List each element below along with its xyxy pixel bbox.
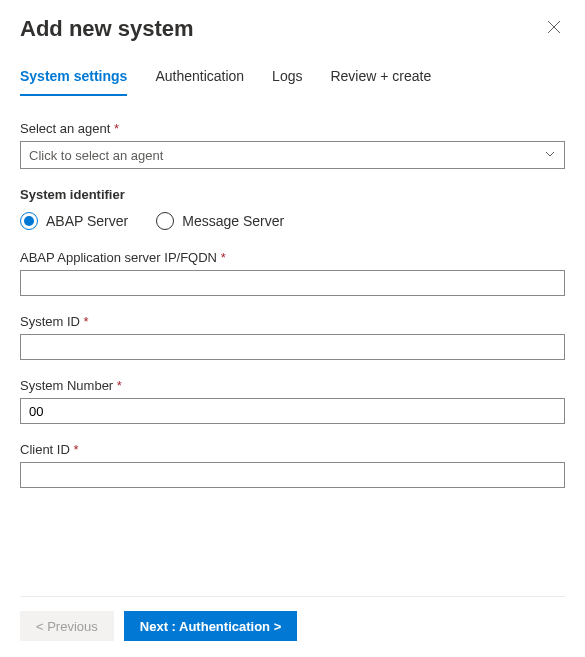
required-marker: * [117, 378, 122, 393]
form-body: Select an agent * Click to select an age… [20, 121, 565, 596]
label-text: ABAP Application server IP/FQDN [20, 250, 217, 265]
footer-bar: < Previous Next : Authentication > [20, 596, 565, 641]
radio-message-server[interactable]: Message Server [156, 212, 284, 230]
tab-label: Logs [272, 68, 302, 84]
field-select-agent: Select an agent * Click to select an age… [20, 121, 565, 169]
radio-label: ABAP Server [46, 213, 128, 229]
tab-logs[interactable]: Logs [272, 62, 302, 96]
field-system-number: System Number * [20, 378, 565, 424]
tab-system-settings[interactable]: System settings [20, 62, 127, 96]
label-text: System ID [20, 314, 80, 329]
select-agent-label: Select an agent * [20, 121, 565, 136]
select-agent-dropdown[interactable]: Click to select an agent [20, 141, 565, 169]
pane-header: Add new system [20, 16, 565, 62]
system-number-input[interactable] [20, 398, 565, 424]
page-title: Add new system [20, 16, 194, 42]
field-system-id: System ID * [20, 314, 565, 360]
chevron-down-icon [544, 148, 556, 163]
tab-label: System settings [20, 68, 127, 84]
label-text: Client ID [20, 442, 70, 457]
system-number-label: System Number * [20, 378, 565, 393]
label-text: Select an agent [20, 121, 110, 136]
required-marker: * [221, 250, 226, 265]
abap-ip-label: ABAP Application server IP/FQDN * [20, 250, 565, 265]
abap-ip-input[interactable] [20, 270, 565, 296]
required-marker: * [84, 314, 89, 329]
previous-button[interactable]: < Previous [20, 611, 114, 641]
tab-bar: System settings Authentication Logs Revi… [20, 62, 565, 97]
client-id-input[interactable] [20, 462, 565, 488]
system-id-label: System ID * [20, 314, 565, 329]
tab-review-create[interactable]: Review + create [330, 62, 431, 96]
next-button[interactable]: Next : Authentication > [124, 611, 297, 641]
radio-icon [156, 212, 174, 230]
client-id-label: Client ID * [20, 442, 565, 457]
label-text: System Number [20, 378, 113, 393]
server-type-radio-group: ABAP Server Message Server [20, 212, 565, 230]
radio-label: Message Server [182, 213, 284, 229]
field-abap-ip: ABAP Application server IP/FQDN * [20, 250, 565, 296]
tab-authentication[interactable]: Authentication [155, 62, 244, 96]
radio-icon [20, 212, 38, 230]
system-identifier-heading: System identifier [20, 187, 565, 202]
system-id-input[interactable] [20, 334, 565, 360]
required-marker: * [114, 121, 119, 136]
radio-abap-server[interactable]: ABAP Server [20, 212, 128, 230]
close-icon [547, 20, 561, 37]
close-button[interactable] [543, 16, 565, 41]
required-marker: * [73, 442, 78, 457]
tab-label: Authentication [155, 68, 244, 84]
field-client-id: Client ID * [20, 442, 565, 488]
add-system-pane: Add new system System settings Authentic… [0, 0, 585, 657]
dropdown-placeholder: Click to select an agent [29, 148, 163, 163]
tab-label: Review + create [330, 68, 431, 84]
